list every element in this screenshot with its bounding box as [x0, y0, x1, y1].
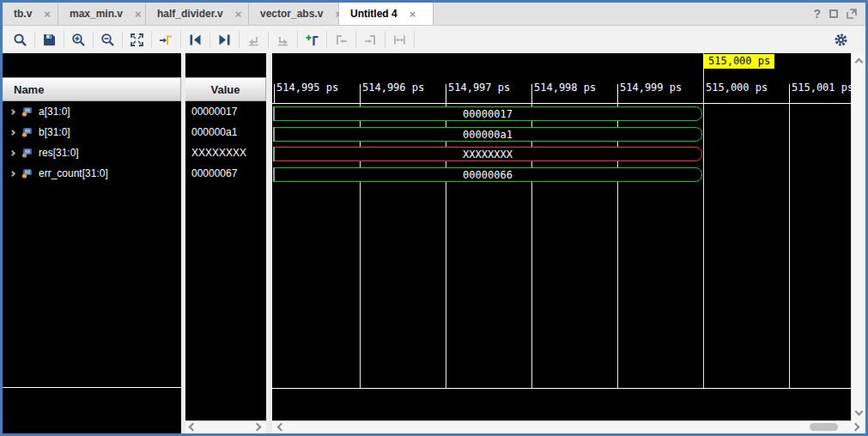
scroll-right-icon[interactable]: [852, 423, 860, 432]
signal-value-b: 000000a1: [185, 122, 266, 142]
tab-tb-v[interactable]: tb.v ×: [3, 3, 58, 25]
wave-vscrollbar[interactable]: [851, 53, 865, 421]
signal-name-label: err_count[31:0]: [39, 167, 108, 179]
wave-bottom-line: [272, 388, 851, 389]
ruler-tick: [617, 84, 618, 104]
name-panel-divider: [3, 387, 181, 388]
signal-row-err-count[interactable]: err_count[31:0]: [3, 163, 181, 184]
swap-markers-icon[interactable]: [385, 28, 414, 51]
ruler-tick: [360, 84, 361, 104]
wave-bus-res[interactable]: XXXXXXXX: [273, 147, 702, 161]
name-panel-top: [3, 53, 181, 77]
ruler-tick: [789, 84, 790, 104]
tab-untitled-4[interactable]: Untitled 4 ×: [339, 3, 434, 25]
signal-name-label: a[31:0]: [39, 106, 70, 118]
ruler-tick: [274, 84, 275, 104]
help-icon[interactable]: ?: [813, 7, 821, 21]
signal-row-res[interactable]: res[31:0]: [3, 142, 181, 163]
name-column-header[interactable]: Name: [3, 77, 181, 101]
wave-bus-b[interactable]: 000000a1: [273, 127, 702, 142]
close-icon[interactable]: ×: [44, 8, 51, 21]
time-cursor[interactable]: [703, 53, 704, 389]
close-icon[interactable]: ×: [235, 8, 242, 21]
ruler-baseline: [272, 103, 851, 104]
value-panel-top: [185, 53, 266, 77]
bus-signal-icon: [21, 148, 33, 158]
wave-hscrollbar[interactable]: [272, 421, 865, 433]
tab-bar: tb.v × max_min.v × half_divider.v × vect…: [3, 3, 865, 26]
next-transition-icon[interactable]: [210, 28, 239, 51]
tab-label: Untitled 4: [339, 8, 398, 20]
scroll-up-icon[interactable]: [855, 58, 864, 67]
wave-main: Name a[31:0] b[31:0] res[31:0] err_count…: [3, 53, 865, 433]
previous-marker-icon[interactable]: [327, 28, 355, 51]
go-to-time-icon[interactable]: [152, 28, 180, 51]
name-header-label: Name: [14, 83, 44, 96]
ruler-label: 514,996 ps: [362, 82, 424, 94]
signal-name-label: b[31:0]: [39, 126, 70, 138]
settings-gear-icon[interactable]: [827, 28, 855, 51]
scroll-left-icon[interactable]: [277, 423, 286, 432]
add-marker-icon[interactable]: [298, 28, 326, 51]
next-edge-icon[interactable]: [269, 28, 297, 51]
ruler-label: 514,999 ps: [620, 82, 682, 94]
value-panel-hscrollbar[interactable]: [185, 421, 266, 433]
zoom-out-icon[interactable]: [94, 28, 122, 51]
gridline: [789, 104, 790, 388]
signal-name-panel: Name a[31:0] b[31:0] res[31:0] err_count…: [3, 53, 181, 433]
tab-vector-abs-v[interactable]: vector_abs.v ×: [249, 3, 339, 25]
bus-signal-icon: [21, 106, 33, 117]
scroll-down-icon[interactable]: [855, 408, 864, 416]
signal-value-a: 00000017: [185, 101, 266, 122]
wave-bus-a[interactable]: 00000017: [273, 106, 702, 121]
wave-window: tb.v × max_min.v × half_divider.v × vect…: [0, 0, 868, 436]
zoom-fit-icon[interactable]: [123, 28, 151, 51]
cursor-time-badge[interactable]: 515,000 ps: [704, 54, 774, 69]
expand-chevron-icon[interactable]: [9, 129, 15, 135]
next-marker-icon[interactable]: [356, 28, 385, 51]
maximize-icon[interactable]: [829, 9, 838, 18]
ruler-label: 515,001 ps: [792, 82, 851, 94]
ruler-label: 515,000 ps: [706, 82, 768, 94]
signal-row-b[interactable]: b[31:0]: [3, 122, 181, 142]
tab-max-min-v[interactable]: max_min.v ×: [58, 3, 146, 25]
search-icon[interactable]: [6, 28, 34, 51]
scroll-right-icon[interactable]: [253, 423, 262, 432]
previous-transition-icon[interactable]: [181, 28, 209, 51]
window-controls: ?: [813, 3, 865, 25]
scroll-left-icon[interactable]: [189, 423, 197, 432]
expand-chevron-icon[interactable]: [9, 149, 15, 155]
panel-separator[interactable]: [266, 53, 272, 433]
previous-edge-icon[interactable]: [240, 28, 268, 51]
tab-half-divider-v[interactable]: half_divider.v ×: [146, 3, 249, 25]
ruler-tick: [446, 84, 446, 104]
signal-value-err-count: 00000067: [185, 163, 266, 184]
expand-chevron-icon[interactable]: [9, 170, 15, 176]
float-window-icon[interactable]: [847, 9, 857, 19]
signal-value-panel: Value 00000017 000000a1 XXXXXXXX 0000006…: [185, 53, 266, 433]
bus-signal-icon: [21, 127, 33, 137]
signal-name-label: res[31:0]: [39, 147, 79, 159]
ruler-tick: [531, 84, 532, 104]
tab-label: max_min.v: [58, 8, 123, 20]
save-icon[interactable]: [35, 28, 64, 51]
signal-value-res: XXXXXXXX: [185, 142, 266, 163]
close-icon[interactable]: ×: [410, 8, 416, 21]
tab-label: half_divider.v: [146, 8, 223, 20]
value-column-header[interactable]: Value: [185, 77, 266, 101]
close-icon[interactable]: ×: [135, 8, 142, 21]
tab-label: vector_abs.v: [249, 8, 323, 20]
value-header-label: Value: [211, 83, 240, 96]
expand-chevron-icon[interactable]: [9, 108, 15, 114]
hscroll-thumb[interactable]: [810, 423, 838, 431]
ruler-label: 514,995 ps: [276, 82, 338, 94]
zoom-in-icon[interactable]: [64, 28, 93, 51]
wave-toolbar: [3, 26, 865, 53]
wave-bus-err-count[interactable]: 00000066: [273, 167, 702, 182]
bus-signal-icon: [21, 168, 33, 179]
ruler-label: 514,997 ps: [448, 82, 510, 94]
signal-row-a[interactable]: a[31:0]: [3, 101, 181, 122]
ruler-label: 514,998 ps: [534, 82, 596, 94]
waveform-canvas[interactable]: 514,995 ps 514,996 ps 514,997 ps 514,998…: [272, 53, 851, 421]
tab-label: tb.v: [3, 8, 32, 20]
